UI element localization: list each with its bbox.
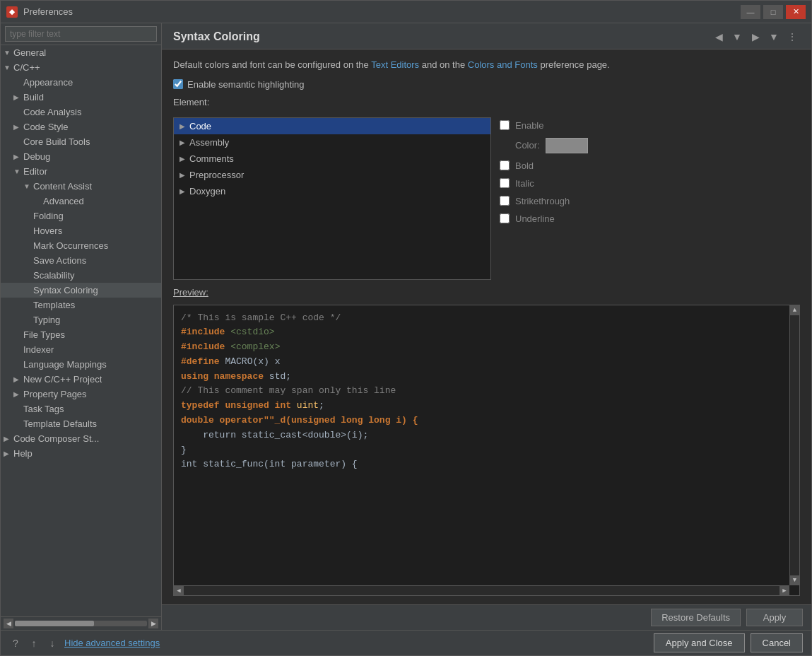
text-editors-link[interactable]: Text Editors <box>371 59 419 70</box>
sidebar-item-content-assist[interactable]: ▼ Content Assist <box>1 179 161 194</box>
filter-input[interactable] <box>5 26 157 42</box>
element-tree[interactable]: ▶ Code ▶ Assembly ▶ Comments ▶ <box>173 117 491 280</box>
back-button[interactable]: ◀ <box>711 29 726 45</box>
italic-option-label[interactable]: Italic <box>515 178 534 189</box>
sidebar-item-code-composer-st[interactable]: ▶ Code Composer St... <box>1 431 161 446</box>
elem-item-doxygen[interactable]: ▶ Doxygen <box>174 183 490 199</box>
sidebar-item-debug[interactable]: ▶ Debug <box>1 149 161 164</box>
elem-item-comments[interactable]: ▶ Comments <box>174 151 490 167</box>
element-area: ▶ Code ▶ Assembly ▶ Comments ▶ <box>173 117 800 280</box>
sidebar-item-label: C/C++ <box>13 62 40 73</box>
sidebar-item-file-types[interactable]: File Types <box>1 327 161 342</box>
export-icon[interactable]: ↑ <box>28 637 40 650</box>
hide-advanced-link[interactable]: Hide advanced settings <box>64 638 160 648</box>
sidebar-item-label: Templates <box>33 300 75 310</box>
sidebar-item-template-defaults[interactable]: Template Defaults <box>1 416 161 431</box>
bold-option-label[interactable]: Bold <box>515 160 534 171</box>
apply-button[interactable]: Apply <box>746 609 803 626</box>
italic-option-row: Italic <box>500 178 588 189</box>
enable-option-checkbox[interactable] <box>500 120 510 130</box>
elem-item-code[interactable]: ▶ Code <box>174 118 490 134</box>
sidebar-item-help[interactable]: ▶ Help <box>1 446 161 461</box>
sidebar-item-label: Indexer <box>23 344 54 355</box>
scroll-right-arrow[interactable]: ▶ <box>779 586 789 596</box>
enable-semantic-checkbox[interactable] <box>173 79 183 89</box>
elem-item-label: Assembly <box>189 137 229 148</box>
desc-text-2: and on the <box>422 59 468 70</box>
sidebar-item-language-mappings[interactable]: Language Mappings <box>1 357 161 372</box>
sidebar-item-appearance[interactable]: Appearance <box>1 75 161 90</box>
sidebar-item-property-pages[interactable]: ▶ Property Pages <box>1 387 161 402</box>
italic-option-checkbox[interactable] <box>500 178 510 188</box>
sidebar-item-advanced[interactable]: Advanced <box>1 194 161 209</box>
sidebar-item-templates[interactable]: Templates <box>1 298 161 312</box>
sidebar-item-label: Mark Occurrences <box>33 240 108 251</box>
code-span: #include <box>181 327 230 337</box>
sidebar-scrollbar: ◀ ▶ <box>1 616 161 630</box>
sidebar-item-general[interactable]: ▼ General <box>1 45 161 60</box>
preview-line: // This comment may span only this line <box>181 384 792 399</box>
elem-item-assembly[interactable]: ▶ Assembly <box>174 134 490 151</box>
scroll-left-arrow[interactable]: ◀ <box>174 586 184 596</box>
colors-fonts-link[interactable]: Colors and Fonts <box>468 59 538 70</box>
close-button[interactable]: ✕ <box>786 5 806 19</box>
expand-arrow: ▶ <box>4 435 13 443</box>
cancel-button[interactable]: Cancel <box>751 633 803 652</box>
elem-item-preprocessor[interactable]: ▶ Preprocessor <box>174 167 490 183</box>
color-picker[interactable] <box>546 138 588 153</box>
code-span: // This comment may span only this line <box>181 385 396 396</box>
minimize-button[interactable]: — <box>741 5 760 19</box>
sidebar-item-label: Code Style <box>23 122 69 132</box>
strikethrough-option-checkbox[interactable] <box>500 196 510 206</box>
sidebar-item-syntax-coloring[interactable]: Syntax Coloring <box>1 283 161 298</box>
enable-semantic-label[interactable]: Enable semantic highlighting <box>187 79 305 90</box>
underline-option-label[interactable]: Underline <box>515 213 555 224</box>
sidebar-item-task-tags[interactable]: Task Tags <box>1 402 161 416</box>
maximize-button[interactable]: □ <box>763 5 783 19</box>
sidebar-item-code-style[interactable]: ▶ Code Style <box>1 119 161 134</box>
title-bar: ◆ Preferences — □ ✕ <box>1 1 811 23</box>
sidebar-item-indexer[interactable]: Indexer <box>1 342 161 357</box>
sidebar-item-label: Syntax Coloring <box>33 285 98 295</box>
sidebar-item-save-actions[interactable]: Save Actions <box>1 253 161 268</box>
code-span: /* This is sample C++ code */ <box>181 312 341 323</box>
sidebar-item-editor[interactable]: ▼ Editor <box>1 164 161 179</box>
expand-arrow: ▶ <box>4 450 13 457</box>
help-icon[interactable]: ? <box>9 637 22 650</box>
import-icon[interactable]: ↓ <box>46 637 59 650</box>
preview-line: #define MACRO(x) x <box>181 355 792 370</box>
sidebar-item-label: Editor <box>23 166 47 177</box>
back-dropdown-button[interactable]: ▼ <box>729 29 745 45</box>
sidebar-item-hovers[interactable]: Hovers <box>1 223 161 238</box>
sidebar-item-mark-occurrences[interactable]: Mark Occurrences <box>1 238 161 253</box>
scroll-right-arrow[interactable]: ▶ <box>148 619 158 628</box>
code-span: return static_cast<double>(i); <box>181 430 368 440</box>
scroll-left-arrow[interactable]: ◀ <box>4 619 13 628</box>
strikethrough-option-label[interactable]: Strikethrough <box>515 196 570 206</box>
code-span: #define <box>181 356 225 367</box>
sidebar-item-scalability[interactable]: Scalability <box>1 268 161 283</box>
expand-arrow: ▼ <box>4 64 13 71</box>
sidebar-item-cpp[interactable]: ▼ C/C++ <box>1 60 161 75</box>
sidebar-item-folding[interactable]: Folding <box>1 209 161 223</box>
preview-content: /* This is sample C++ code */ #include <… <box>174 305 799 596</box>
underline-option-checkbox[interactable] <box>500 213 510 223</box>
forward-dropdown-button[interactable]: ▼ <box>766 29 782 45</box>
sidebar-item-core-build-tools[interactable]: Core Build Tools <box>1 134 161 149</box>
panel-menu-button[interactable]: ⋮ <box>784 29 800 45</box>
forward-button[interactable]: ▶ <box>748 29 763 45</box>
scroll-up-arrow[interactable]: ▲ <box>790 305 800 315</box>
apply-and-close-button[interactable]: Apply and Close <box>654 633 745 652</box>
expand-arrow: ▼ <box>4 49 13 57</box>
sidebar-item-typing[interactable]: Typing <box>1 312 161 327</box>
bold-option-checkbox[interactable] <box>500 160 510 170</box>
sidebar: ▼ General ▼ C/C++ Appearance ▶ Build <box>1 23 162 630</box>
sidebar-item-build[interactable]: ▶ Build <box>1 90 161 105</box>
enable-option-label[interactable]: Enable <box>515 120 543 131</box>
sidebar-item-code-analysis[interactable]: Code Analysis <box>1 105 161 119</box>
sidebar-item-new-cpp-project[interactable]: ▶ New C/C++ Project <box>1 372 161 387</box>
restore-defaults-button[interactable]: Restore Defaults <box>651 609 741 626</box>
scroll-down-arrow[interactable]: ▼ <box>790 575 800 585</box>
code-span: std; <box>269 371 291 382</box>
expand-arrow: ▶ <box>13 390 23 398</box>
